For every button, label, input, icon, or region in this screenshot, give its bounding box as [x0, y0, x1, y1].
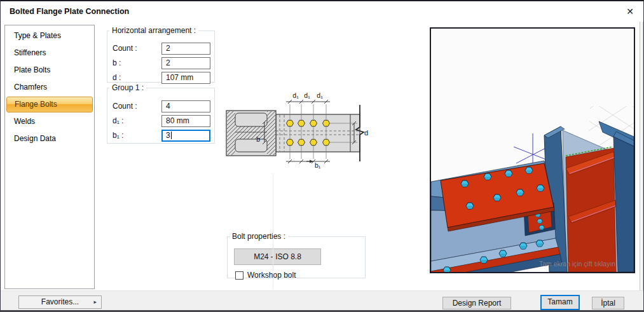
d1-label: d₁ :: [113, 116, 123, 125]
ok-button[interactable]: Tamam: [540, 295, 580, 310]
horizontal-arrangement-title: Horizontal arrangement :: [109, 26, 198, 35]
bolt-properties-group: Bolt properties : M24 - ISO 8.8 Workshop…: [227, 232, 366, 278]
text-caret: [171, 132, 172, 139]
sidebar-item-plate-bolts[interactable]: Plate Bolts: [5, 62, 94, 79]
cancel-button[interactable]: İptal: [592, 297, 624, 309]
horizontal-arrangement-group: Horizontal arrangement : Count : 2 b : 2…: [107, 26, 215, 83]
dim-label-d1: d₁: [292, 92, 299, 99]
dialog-title: Bolted Flange Plate Connection: [10, 1, 129, 22]
b1-label: b₁ :: [113, 131, 123, 140]
d-label: d :: [113, 73, 121, 82]
dim-label-b: b: [256, 135, 260, 143]
dim-label-d1: d₁: [317, 92, 323, 99]
b-field[interactable]: 2: [161, 57, 210, 69]
group1-count-field[interactable]: 4: [161, 100, 210, 112]
titlebar: Bolted Flange Plate Connection ✕: [1, 1, 643, 22]
bolt-size-button[interactable]: M24 - ISO 8.8: [234, 248, 321, 265]
workshop-bolt-label: Workshop bolt: [247, 269, 296, 281]
sidebar-nav: Type & Plates Stiffeners Plate Bolts Cha…: [4, 25, 95, 289]
fullscreen-hint: Tam ekran için çift tıklayın.: [539, 260, 617, 268]
favorites-button[interactable]: Favorites... ▸: [18, 295, 102, 309]
bolt-properties-title: Bolt properties :: [230, 232, 288, 241]
panel-divider: [273, 174, 273, 289]
design-report-button[interactable]: Design Report: [442, 297, 511, 309]
b-label: b :: [113, 58, 121, 67]
sidebar-item-flange-bolts[interactable]: Flange Bolts: [6, 97, 93, 112]
sidebar-item-welds[interactable]: Welds: [5, 113, 94, 130]
dim-label-d1: d₁: [304, 92, 310, 99]
bolted-flange-plate-dialog: Bolted Flange Plate Connection ✕ Type & …: [0, 0, 644, 312]
3d-connection-render: Tam ekran için çift tıklayın.: [431, 29, 634, 272]
splitter-handle[interactable]: [640, 22, 643, 290]
d-field[interactable]: 107 mm: [161, 72, 210, 84]
close-icon[interactable]: ✕: [620, 3, 640, 20]
group1-title: Group 1 :: [109, 83, 146, 92]
d1-field[interactable]: 80 mm: [161, 115, 210, 127]
workshop-bolt-checkbox[interactable]: [235, 271, 243, 280]
group1-count-label: Count :: [113, 102, 137, 111]
favorites-arrow-icon: ▸: [93, 296, 97, 308]
b1-field-focused[interactable]: 3: [161, 130, 210, 142]
sidebar-item-type-plates[interactable]: Type & Plates: [5, 27, 94, 44]
sidebar-item-chamfers[interactable]: Chamfers: [5, 79, 94, 96]
dim-label-d: d: [364, 129, 368, 137]
3d-preview[interactable]: Tam ekran için çift tıklayın.: [430, 27, 635, 273]
sidebar-item-stiffeners[interactable]: Stiffeners: [5, 44, 94, 62]
group1-group: Group 1 : Count : 4 d₁ : 80 mm b₁ : 3: [107, 83, 215, 144]
count-label: Count :: [113, 44, 137, 53]
bolt-layout-diagram: b d₁ d₁ d₁ b₁ d: [220, 90, 411, 176]
sidebar-item-design-data[interactable]: Design Data: [5, 130, 94, 147]
dim-label-b1: b₁: [315, 161, 321, 169]
bottom-bar: Favorites... ▸ Design Report Tamam İptal: [1, 290, 643, 311]
count-field[interactable]: 2: [161, 43, 210, 55]
